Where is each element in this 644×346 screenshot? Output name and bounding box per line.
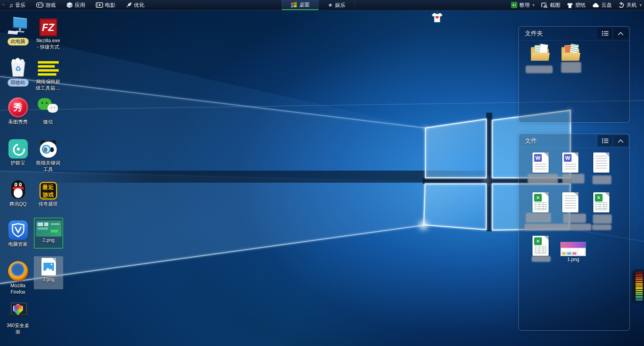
redacted-label	[561, 62, 581, 73]
screenshot-button[interactable]: 截图	[541, 2, 560, 9]
organize-label: 整理	[519, 2, 530, 9]
redacted-label	[524, 224, 591, 231]
cloud-button[interactable]: 云盘	[592, 2, 612, 9]
power-label: 关机	[626, 2, 637, 9]
file-label: 1.png	[561, 257, 586, 262]
organize-dropdown-icon[interactable]: ▾	[533, 3, 535, 7]
equalizer-widget-bars	[636, 272, 644, 301]
power-button[interactable]: 关机 ▾	[618, 2, 642, 9]
excel-doc-icon: ✕	[533, 192, 549, 212]
redacted-label	[592, 224, 611, 230]
desktop-icon-recycle-bin[interactable]: ♻ 回收站	[3, 57, 33, 86]
folders-collapse-button[interactable]	[613, 28, 628, 39]
icon-label: 传奇盛世	[33, 201, 63, 207]
desktop-icon-panda-keyword[interactable]: 熊猫关键词工具	[33, 138, 63, 173]
excel-doc-icon: ✕	[533, 236, 549, 256]
excel-doc-icon: ✕	[593, 192, 609, 212]
desktop-icon-qq[interactable]: 腾讯QQ	[3, 179, 33, 207]
tshirt-icon	[567, 2, 573, 8]
desktop-icon-eye-care[interactable]: 护眼宝	[3, 138, 33, 166]
desktop-icon-firefox[interactable]: MozillaFirefox	[3, 260, 33, 295]
redacted-label	[593, 214, 612, 224]
desktop-icon-web-toolbox[interactable]: 网络编辑超级工具箱....	[33, 57, 63, 91]
music-note-icon: ♫	[9, 2, 13, 8]
desktop-icon-2png[interactable]: 2.png	[34, 218, 63, 249]
app-box-icon	[66, 2, 73, 8]
desktop-icon-3png[interactable]: 3.png	[34, 256, 63, 289]
folder-item[interactable]	[557, 45, 585, 61]
image-file-icon	[41, 258, 56, 276]
wechat-icon	[33, 97, 63, 117]
filezilla-icon: FZ	[33, 16, 63, 36]
icon-label: 微信	[33, 119, 63, 125]
menu-optimize[interactable]: 优化	[126, 2, 144, 9]
desktop-icon-filezilla[interactable]: FZ filezilla.exe- 快捷方式	[33, 16, 63, 50]
desktop-icon-pc-manager[interactable]: 电脑管家	[3, 220, 33, 247]
tab-entertainment-label: 娱乐	[335, 2, 345, 9]
file-item-excel[interactable]: ✕	[593, 192, 609, 212]
tab-desktop[interactable]: 桌面	[282, 0, 318, 10]
windows-logo-icon	[291, 2, 297, 8]
organize-button[interactable]: 整理 ▾	[511, 2, 535, 9]
file-item-excel[interactable]: ✕	[533, 192, 549, 212]
360-safe-desktop-icon	[3, 301, 33, 321]
wallpaper-pendant-tshirt[interactable]	[431, 12, 444, 25]
icon-label: 360安全桌面	[3, 322, 33, 335]
wallpaper-button[interactable]: 壁纸	[567, 2, 586, 9]
list-icon	[602, 31, 609, 36]
file-item-word[interactable]: W	[533, 152, 549, 173]
equalizer-widget[interactable]	[633, 270, 644, 302]
desktop-icon-360-desktop[interactable]: 360安全桌面	[3, 301, 33, 335]
file-item-text[interactable]	[593, 152, 609, 173]
files-list-view-button[interactable]	[598, 135, 613, 146]
icon-label: 美图秀秀	[3, 119, 33, 125]
recent-game-badge-icon: 最近游戏	[33, 179, 63, 200]
cloud-label: 云盘	[601, 2, 612, 9]
icon-label: 网络编辑超级工具箱....	[33, 78, 63, 91]
menu-games[interactable]: 游戏	[36, 2, 56, 9]
desktop-icon-wechat[interactable]: 微信	[33, 97, 63, 125]
firefox-icon	[3, 260, 33, 281]
folders-panel: 文件夹	[518, 26, 630, 123]
topbar-tabs: 桌面 ★ 娱乐	[282, 0, 355, 10]
folder-icon	[531, 45, 549, 61]
icon-label: filezilla.exe- 快捷方式	[33, 37, 63, 50]
chevron-up-icon	[617, 31, 624, 36]
folders-list-view-button[interactable]	[598, 28, 613, 39]
qq-penguin-icon	[3, 179, 33, 200]
menu-movies[interactable]: 电影	[96, 2, 116, 9]
text-doc-icon	[593, 152, 609, 173]
files-panel-header[interactable]: 文件	[519, 134, 630, 148]
star-icon: ★	[328, 2, 333, 8]
menu-music[interactable]: ♫ 音乐	[9, 2, 26, 9]
files-collapse-button[interactable]	[613, 135, 628, 146]
menu-apps-label: 应用	[75, 2, 85, 9]
tshirt-heart-icon	[431, 12, 444, 23]
folder-item[interactable]	[526, 45, 554, 61]
file-item-word[interactable]: W	[562, 152, 578, 173]
screenshot-label: 截图	[550, 2, 560, 9]
topbar-collapse-icon[interactable]: ⌄	[2, 1, 5, 6]
power-dropdown-icon[interactable]: ▾	[640, 3, 642, 7]
desktop-icon-this-pc[interactable]: 此电脑	[3, 16, 33, 45]
folders-panel-title: 文件夹	[525, 30, 543, 37]
word-doc-icon: W	[533, 152, 549, 173]
gamepad-icon	[36, 2, 43, 8]
tab-desktop-label: 桌面	[299, 1, 310, 8]
dock-topbar: ⌄ ♫ 音乐 游戏 应用 电影 优化 桌面 ★ 娱乐	[0, 0, 644, 10]
desktop-icon-recent-game[interactable]: 最近游戏 传奇盛世	[33, 179, 63, 207]
meitu-icon: 秀	[3, 97, 33, 117]
redacted-label	[532, 256, 551, 262]
file-item-excel[interactable]: ✕	[533, 236, 549, 256]
tab-entertainment[interactable]: ★ 娱乐	[318, 0, 355, 10]
menu-apps[interactable]: 应用	[66, 2, 85, 9]
film-icon	[96, 2, 103, 8]
this-pc-icon	[3, 16, 33, 36]
icon-label: 电脑管家	[3, 241, 33, 247]
desktop-icon-meitu[interactable]: 秀 美图秀秀	[3, 97, 33, 125]
file-item-image[interactable]: 1.png	[561, 242, 586, 256]
svg-text:♻: ♻	[15, 65, 21, 73]
file-item-text[interactable]	[562, 192, 578, 212]
folders-panel-header[interactable]: 文件夹	[519, 27, 630, 41]
menu-optimize-label: 优化	[134, 2, 144, 9]
